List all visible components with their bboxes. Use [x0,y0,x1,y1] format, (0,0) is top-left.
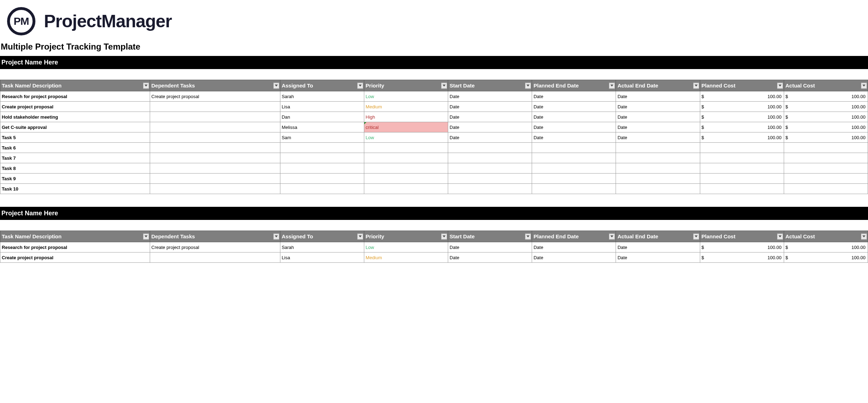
column-header[interactable]: Planned Cost [700,80,784,91]
start-date-cell[interactable]: Date [448,91,532,102]
priority-cell[interactable]: critical [364,122,448,132]
assigned-cell[interactable] [280,163,364,174]
priority-cell[interactable] [364,184,448,194]
start-date-cell[interactable] [448,184,532,194]
column-header[interactable]: Planned End Date [532,80,616,91]
assigned-cell[interactable]: Sam [280,132,364,143]
column-header[interactable]: Actual End Date [616,231,700,242]
planned-end-cell[interactable]: Date [532,112,616,122]
filter-dropdown-icon[interactable] [777,233,783,239]
project-name-bar[interactable]: Project Name Here [0,56,868,69]
cost-cell[interactable] [784,184,868,194]
planned-end-cell[interactable] [532,174,616,184]
dependent-cell[interactable] [150,252,280,263]
assigned-cell[interactable]: Melissa [280,122,364,132]
priority-cell[interactable] [364,163,448,174]
column-header[interactable]: Assigned To [280,80,364,91]
filter-dropdown-icon[interactable] [357,83,363,89]
cost-cell[interactable] [700,143,784,153]
column-header[interactable]: Actual Cost [784,80,868,91]
cost-cell[interactable]: $100.00 [700,102,784,112]
task-name-cell[interactable]: Task 7 [0,153,150,163]
dependent-cell[interactable] [150,112,280,122]
task-name-cell[interactable]: Task 6 [0,143,150,153]
actual-end-cell[interactable]: Date [616,122,700,132]
filter-dropdown-icon[interactable] [609,83,615,89]
task-name-cell[interactable]: Get C-suite approval [0,122,150,132]
start-date-cell[interactable]: Date [448,252,532,263]
filter-dropdown-icon[interactable] [693,83,699,89]
filter-dropdown-icon[interactable] [525,83,531,89]
planned-end-cell[interactable] [532,143,616,153]
priority-cell[interactable]: Medium [364,252,448,263]
dependent-cell[interactable] [150,163,280,174]
planned-end-cell[interactable] [532,184,616,194]
task-name-cell[interactable]: Research for project proposal [0,91,150,102]
cost-cell[interactable]: $100.00 [700,122,784,132]
planned-end-cell[interactable] [532,153,616,163]
cost-cell[interactable]: $100.00 [700,112,784,122]
filter-dropdown-icon[interactable] [693,233,699,239]
actual-end-cell[interactable] [616,184,700,194]
dependent-cell[interactable] [150,153,280,163]
filter-dropdown-icon[interactable] [861,233,867,239]
actual-end-cell[interactable]: Date [616,132,700,143]
planned-end-cell[interactable]: Date [532,252,616,263]
planned-end-cell[interactable]: Date [532,122,616,132]
assigned-cell[interactable]: Lisa [280,252,364,263]
actual-end-cell[interactable] [616,163,700,174]
cost-cell[interactable] [784,153,868,163]
filter-dropdown-icon[interactable] [777,83,783,89]
cost-cell[interactable]: $100.00 [784,242,868,252]
column-header[interactable]: Start Date [448,231,532,242]
start-date-cell[interactable] [448,163,532,174]
task-name-cell[interactable]: Task 8 [0,163,150,174]
filter-dropdown-icon[interactable] [273,233,279,239]
priority-cell[interactable]: Low [364,242,448,252]
actual-end-cell[interactable] [616,143,700,153]
filter-dropdown-icon[interactable] [525,233,531,239]
column-header[interactable]: Dependent Tasks [150,231,280,242]
filter-dropdown-icon[interactable] [143,233,149,239]
priority-cell[interactable] [364,174,448,184]
cost-cell[interactable]: $100.00 [700,252,784,263]
dependent-cell[interactable] [150,122,280,132]
priority-cell[interactable]: High [364,112,448,122]
task-name-cell[interactable]: Task 9 [0,174,150,184]
cost-cell[interactable]: $100.00 [784,91,868,102]
priority-cell[interactable]: Medium [364,102,448,112]
cost-cell[interactable]: $100.00 [700,132,784,143]
task-name-cell[interactable]: Task 10 [0,184,150,194]
column-header[interactable]: Task Name/ Description [0,231,150,242]
assigned-cell[interactable]: Sarah [280,91,364,102]
start-date-cell[interactable] [448,153,532,163]
start-date-cell[interactable]: Date [448,132,532,143]
dependent-cell[interactable] [150,143,280,153]
assigned-cell[interactable]: Lisa [280,102,364,112]
dependent-cell[interactable] [150,132,280,143]
column-header[interactable]: Actual End Date [616,80,700,91]
dependent-cell[interactable]: Create project proposal [150,91,280,102]
column-header[interactable]: Actual Cost [784,231,868,242]
cost-cell[interactable]: $100.00 [784,102,868,112]
filter-dropdown-icon[interactable] [441,233,447,239]
cost-cell[interactable] [784,174,868,184]
cost-cell[interactable]: $100.00 [784,122,868,132]
cost-cell[interactable]: $100.00 [700,91,784,102]
task-name-cell[interactable]: Hold stakeholder meeting [0,112,150,122]
planned-end-cell[interactable] [532,163,616,174]
actual-end-cell[interactable] [616,153,700,163]
start-date-cell[interactable]: Date [448,102,532,112]
priority-cell[interactable]: Low [364,132,448,143]
priority-cell[interactable]: Low [364,91,448,102]
planned-end-cell[interactable]: Date [532,91,616,102]
cost-cell[interactable]: $100.00 [784,132,868,143]
dependent-cell[interactable] [150,184,280,194]
actual-end-cell[interactable]: Date [616,91,700,102]
column-header[interactable]: Task Name/ Description [0,80,150,91]
assigned-cell[interactable]: Dan [280,112,364,122]
cost-cell[interactable] [784,143,868,153]
priority-cell[interactable] [364,143,448,153]
cost-cell[interactable]: $100.00 [700,242,784,252]
actual-end-cell[interactable] [616,174,700,184]
